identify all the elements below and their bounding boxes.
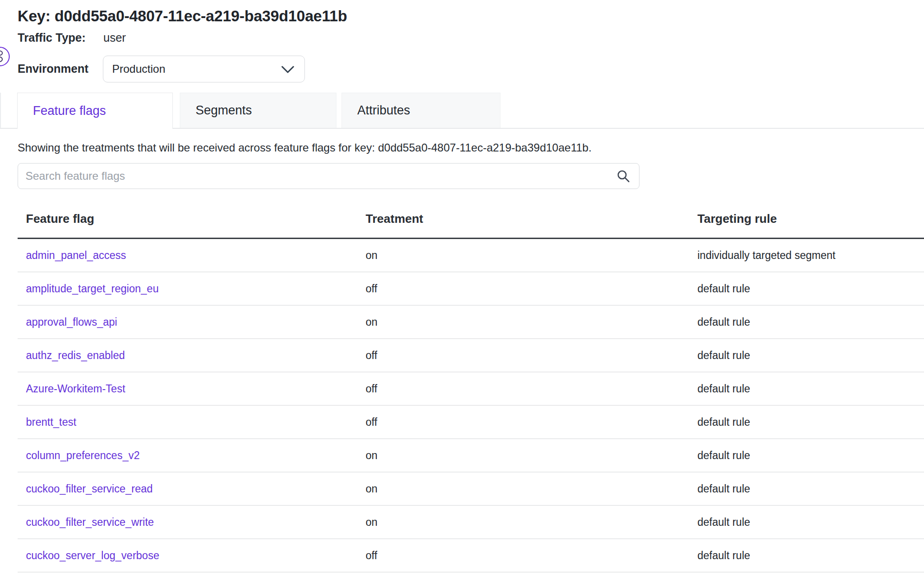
table-row: column_preferences_v2 on default rule [18, 439, 924, 473]
page-title: Key: d0dd55a0-4807-11ec-a219-ba39d10ae11… [18, 7, 347, 25]
treatment-value: on [366, 316, 697, 328]
search-icon[interactable] [616, 169, 631, 186]
targeting-rule-value: default rule [697, 549, 924, 562]
targeting-rule-value: default rule [697, 416, 924, 429]
column-header-treatment: Treatment [366, 212, 697, 226]
feature-flag-link[interactable]: brentt_test [26, 416, 76, 428]
feature-flag-link[interactable]: Azure-Workitem-Test [26, 383, 125, 395]
treatment-value: on [366, 449, 697, 462]
table-row: Azure-Workitem-Test off default rule [18, 372, 924, 406]
table-row: amplitude_target_region_eu off default r… [18, 272, 924, 306]
targeting-rule-value: default rule [697, 316, 924, 328]
table-row: authz_redis_enabled off default rule [18, 339, 924, 372]
targeting-rule-value: default rule [697, 383, 924, 395]
treatments-description: Showing the treatments that will be rece… [18, 141, 592, 154]
targeting-rule-value: default rule [697, 516, 924, 529]
feature-flag-link[interactable]: column_preferences_v2 [26, 449, 139, 461]
treatment-value: on [366, 516, 697, 529]
traffic-type-value: user [103, 31, 126, 44]
feature-flag-link[interactable]: cuckoo_server_log_verbose [26, 549, 159, 561]
feature-flag-link[interactable]: admin_panel_access [26, 249, 126, 261]
treatment-value: off [366, 549, 697, 562]
table-row: admin_panel_access on individually targe… [18, 239, 924, 272]
column-header-feature-flag: Feature flag [26, 212, 366, 226]
treatment-value: off [366, 383, 697, 395]
tab-feature-flags[interactable]: Feature flags [17, 93, 173, 129]
tab-attributes[interactable]: Attributes [342, 93, 500, 128]
tab-segments[interactable]: Segments [180, 93, 336, 128]
traffic-type-row: Traffic Type: user [18, 31, 86, 44]
targeting-rule-value: default rule [697, 483, 924, 495]
environment-selected-value: Production [103, 63, 165, 76]
tab-bar: Feature flags Segments Attributes [0, 93, 924, 129]
cut-off-circle-icon[interactable] [0, 47, 10, 66]
targeting-rule-value: default rule [697, 349, 924, 362]
treatment-value: off [366, 283, 697, 295]
treatment-value: on [366, 249, 697, 262]
search-input[interactable] [18, 164, 639, 189]
table-row: approval_flows_api on default rule [18, 306, 924, 339]
feature-flag-link[interactable]: cuckoo_filter_service_write [26, 516, 154, 528]
table-row: cuckoo_filter_service_read on default ru… [18, 473, 924, 506]
search-box [18, 163, 639, 189]
environment-label: Environment [18, 62, 89, 76]
tabbar-left-edge [0, 93, 1, 129]
treatments-page: Key: d0dd55a0-4807-11ec-a219-ba39d10ae11… [0, 0, 924, 580]
feature-flag-link[interactable]: authz_redis_enabled [26, 349, 125, 361]
feature-flags-table: Feature flag Treatment Targeting rule ad… [18, 200, 924, 573]
feature-flag-link[interactable]: amplitude_target_region_eu [26, 283, 158, 295]
table-header-row: Feature flag Treatment Targeting rule [18, 200, 924, 239]
environment-select[interactable]: Production [103, 56, 305, 82]
table-body: admin_panel_access on individually targe… [18, 239, 924, 573]
targeting-rule-value: individually targeted segment [697, 249, 924, 262]
targeting-rule-value: default rule [697, 283, 924, 295]
treatment-value: off [366, 349, 697, 362]
table-row: cuckoo_filter_service_write on default r… [18, 506, 924, 539]
feature-flag-link[interactable]: cuckoo_filter_service_read [26, 483, 153, 495]
table-row: cuckoo_server_log_verbose off default ru… [18, 539, 924, 573]
chevron-down-icon [281, 66, 294, 76]
treatment-value: on [366, 483, 697, 495]
targeting-rule-value: default rule [697, 449, 924, 462]
traffic-type-label: Traffic Type: [18, 31, 86, 44]
treatment-value: off [366, 416, 697, 429]
feature-flag-link[interactable]: approval_flows_api [26, 316, 117, 328]
table-row: brentt_test off default rule [18, 406, 924, 439]
column-header-targeting-rule: Targeting rule [697, 212, 924, 226]
